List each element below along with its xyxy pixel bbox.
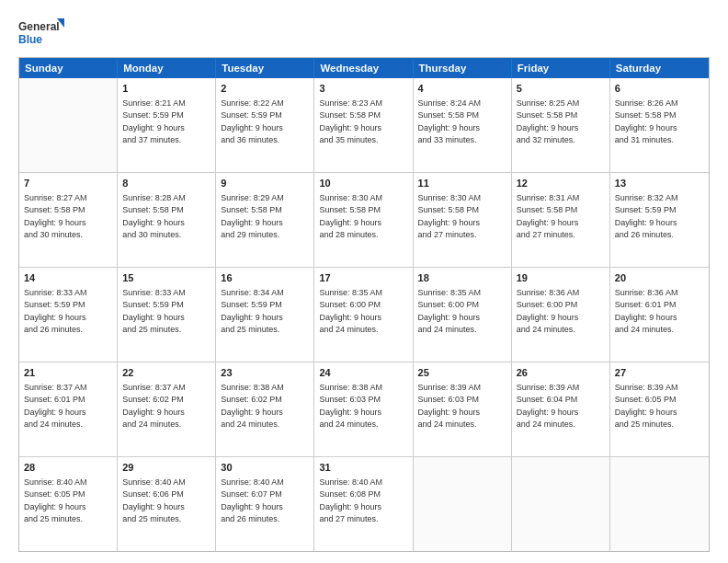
calendar-week-row: 1Sunrise: 8:21 AMSunset: 5:59 PMDaylight… <box>19 78 709 172</box>
calendar-cell: 31Sunrise: 8:40 AMSunset: 6:08 PMDayligh… <box>314 457 413 551</box>
calendar-cell: 1Sunrise: 8:21 AMSunset: 5:59 PMDaylight… <box>118 78 216 172</box>
calendar-cell: 28Sunrise: 8:40 AMSunset: 6:05 PMDayligh… <box>19 457 118 551</box>
cell-info: Sunrise: 8:35 AMSunset: 6:00 PMDaylight:… <box>319 288 382 335</box>
calendar-cell: 3Sunrise: 8:23 AMSunset: 5:58 PMDaylight… <box>314 78 413 172</box>
cell-info: Sunrise: 8:22 AMSunset: 5:59 PMDaylight:… <box>221 98 284 145</box>
calendar-cell: 6Sunrise: 8:26 AMSunset: 5:58 PMDaylight… <box>610 78 709 172</box>
day-number: 15 <box>122 271 210 286</box>
logo: General Blue <box>18 17 66 50</box>
day-number: 28 <box>24 461 112 476</box>
calendar-cell: 24Sunrise: 8:38 AMSunset: 6:03 PMDayligh… <box>314 362 413 456</box>
day-number: 23 <box>221 366 309 381</box>
svg-text:General: General <box>18 20 60 33</box>
day-number: 1 <box>122 82 210 97</box>
day-number: 17 <box>319 271 407 286</box>
calendar-cell: 5Sunrise: 8:25 AMSunset: 5:58 PMDaylight… <box>512 78 610 172</box>
cell-info: Sunrise: 8:33 AMSunset: 5:59 PMDaylight:… <box>122 288 186 335</box>
day-number: 4 <box>418 82 506 97</box>
day-number: 6 <box>615 82 704 97</box>
cell-info: Sunrise: 8:21 AMSunset: 5:59 PMDaylight:… <box>122 98 186 145</box>
cell-info: Sunrise: 8:40 AMSunset: 6:07 PMDaylight:… <box>221 477 284 524</box>
day-number: 11 <box>418 177 506 191</box>
day-number: 26 <box>517 366 605 381</box>
calendar-cell: 21Sunrise: 8:37 AMSunset: 6:01 PMDayligh… <box>19 362 118 456</box>
calendar-cell: 13Sunrise: 8:32 AMSunset: 5:59 PMDayligh… <box>610 173 709 267</box>
cell-info: Sunrise: 8:37 AMSunset: 6:02 PMDaylight:… <box>122 383 186 430</box>
cell-info: Sunrise: 8:39 AMSunset: 6:04 PMDaylight:… <box>517 383 580 430</box>
day-number: 5 <box>517 82 605 97</box>
calendar-cell <box>414 457 512 551</box>
weekday-header: Saturday <box>610 58 709 78</box>
calendar-cell: 29Sunrise: 8:40 AMSunset: 6:06 PMDayligh… <box>118 457 216 551</box>
cell-info: Sunrise: 8:36 AMSunset: 6:00 PMDaylight:… <box>517 288 580 335</box>
cell-info: Sunrise: 8:25 AMSunset: 5:58 PMDaylight:… <box>517 98 580 145</box>
day-number: 19 <box>517 271 605 286</box>
calendar-cell: 14Sunrise: 8:33 AMSunset: 5:59 PMDayligh… <box>19 268 118 362</box>
calendar-cell: 23Sunrise: 8:38 AMSunset: 6:02 PMDayligh… <box>216 362 314 456</box>
calendar-cell: 8Sunrise: 8:28 AMSunset: 5:58 PMDaylight… <box>118 173 216 267</box>
calendar-cell <box>19 78 118 172</box>
calendar-cell: 20Sunrise: 8:36 AMSunset: 6:01 PMDayligh… <box>610 268 709 362</box>
weekday-header: Sunday <box>19 58 118 78</box>
day-number: 29 <box>122 461 210 476</box>
calendar-cell: 10Sunrise: 8:30 AMSunset: 5:58 PMDayligh… <box>314 173 413 267</box>
calendar-week-row: 21Sunrise: 8:37 AMSunset: 6:01 PMDayligh… <box>19 362 709 456</box>
cell-info: Sunrise: 8:29 AMSunset: 5:58 PMDaylight:… <box>221 193 284 240</box>
cell-info: Sunrise: 8:40 AMSunset: 6:05 PMDaylight:… <box>24 477 87 524</box>
weekday-header: Thursday <box>414 58 512 78</box>
day-number: 24 <box>319 366 407 381</box>
day-number: 18 <box>418 271 506 286</box>
cell-info: Sunrise: 8:40 AMSunset: 6:06 PMDaylight:… <box>122 477 186 524</box>
weekday-header: Wednesday <box>314 58 413 78</box>
calendar-cell: 11Sunrise: 8:30 AMSunset: 5:58 PMDayligh… <box>414 173 512 267</box>
day-number: 31 <box>319 461 407 476</box>
calendar-cell: 17Sunrise: 8:35 AMSunset: 6:00 PMDayligh… <box>314 268 413 362</box>
day-number: 21 <box>24 366 112 381</box>
day-number: 12 <box>517 177 605 191</box>
calendar-cell: 26Sunrise: 8:39 AMSunset: 6:04 PMDayligh… <box>512 362 610 456</box>
weekday-header: Friday <box>512 58 610 78</box>
cell-info: Sunrise: 8:38 AMSunset: 6:03 PMDaylight:… <box>319 383 382 430</box>
weekday-header: Tuesday <box>216 58 314 78</box>
calendar-cell: 7Sunrise: 8:27 AMSunset: 5:58 PMDaylight… <box>19 173 118 267</box>
cell-info: Sunrise: 8:24 AMSunset: 5:58 PMDaylight:… <box>418 98 482 145</box>
day-number: 10 <box>319 177 407 191</box>
calendar-cell: 18Sunrise: 8:35 AMSunset: 6:00 PMDayligh… <box>414 268 512 362</box>
day-number: 7 <box>24 177 112 191</box>
cell-info: Sunrise: 8:30 AMSunset: 5:58 PMDaylight:… <box>319 193 382 240</box>
day-number: 9 <box>221 177 309 191</box>
calendar-page: General Blue SundayMondayTuesdayWednesda… <box>0 0 728 563</box>
day-number: 2 <box>221 82 309 97</box>
cell-info: Sunrise: 8:32 AMSunset: 5:59 PMDaylight:… <box>615 193 678 240</box>
calendar-cell: 19Sunrise: 8:36 AMSunset: 6:00 PMDayligh… <box>512 268 610 362</box>
cell-info: Sunrise: 8:35 AMSunset: 6:00 PMDaylight:… <box>418 288 482 335</box>
cell-info: Sunrise: 8:39 AMSunset: 6:05 PMDaylight:… <box>615 383 678 430</box>
day-number: 25 <box>418 366 506 381</box>
cell-info: Sunrise: 8:39 AMSunset: 6:03 PMDaylight:… <box>418 383 482 430</box>
calendar-cell: 15Sunrise: 8:33 AMSunset: 5:59 PMDayligh… <box>118 268 216 362</box>
day-number: 22 <box>122 366 210 381</box>
cell-info: Sunrise: 8:40 AMSunset: 6:08 PMDaylight:… <box>319 477 382 524</box>
calendar-week-row: 14Sunrise: 8:33 AMSunset: 5:59 PMDayligh… <box>19 267 709 362</box>
calendar-cell: 4Sunrise: 8:24 AMSunset: 5:58 PMDaylight… <box>414 78 512 172</box>
cell-info: Sunrise: 8:34 AMSunset: 5:59 PMDaylight:… <box>221 288 284 335</box>
calendar-cell: 30Sunrise: 8:40 AMSunset: 6:07 PMDayligh… <box>216 457 314 551</box>
calendar-cell: 25Sunrise: 8:39 AMSunset: 6:03 PMDayligh… <box>414 362 512 456</box>
cell-info: Sunrise: 8:28 AMSunset: 5:58 PMDaylight:… <box>122 193 186 240</box>
day-number: 20 <box>615 271 704 286</box>
day-number: 13 <box>615 177 704 191</box>
cell-info: Sunrise: 8:38 AMSunset: 6:02 PMDaylight:… <box>221 383 284 430</box>
calendar-week-row: 28Sunrise: 8:40 AMSunset: 6:05 PMDayligh… <box>19 456 709 551</box>
cell-info: Sunrise: 8:27 AMSunset: 5:58 PMDaylight:… <box>24 193 87 240</box>
day-number: 8 <box>122 177 210 191</box>
svg-text:Blue: Blue <box>18 33 42 46</box>
cell-info: Sunrise: 8:36 AMSunset: 6:01 PMDaylight:… <box>615 288 678 335</box>
day-number: 14 <box>24 271 112 286</box>
calendar-cell: 9Sunrise: 8:29 AMSunset: 5:58 PMDaylight… <box>216 173 314 267</box>
page-header: General Blue <box>18 17 710 50</box>
calendar-cell <box>512 457 610 551</box>
calendar-header: SundayMondayTuesdayWednesdayThursdayFrid… <box>19 58 709 78</box>
day-number: 16 <box>221 271 309 286</box>
calendar-cell: 27Sunrise: 8:39 AMSunset: 6:05 PMDayligh… <box>610 362 709 456</box>
cell-info: Sunrise: 8:37 AMSunset: 6:01 PMDaylight:… <box>24 383 87 430</box>
